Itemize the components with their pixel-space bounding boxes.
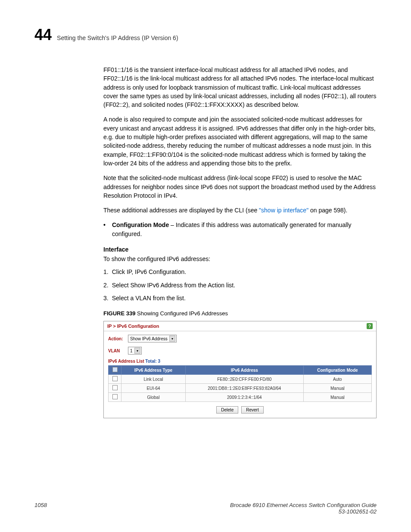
interface-heading: Interface — [103, 246, 377, 253]
para-1: FF01::1/16 is the transient interface-lo… — [103, 65, 377, 109]
action-label: Action: — [108, 336, 125, 341]
action-select-value: Show IPv6 Address — [130, 336, 168, 341]
ipv6-address-table: IPv6 Address Type IPv6 Address Configura… — [108, 365, 372, 402]
cell-addr: 2001:DB8::1:2E0:E8FF:FE93:82A0/64 — [185, 384, 303, 393]
step-2-num: 2. — [103, 281, 109, 289]
step-3-num: 3. — [103, 294, 109, 302]
col-addr-type: IPv6 Address Type — [121, 366, 186, 375]
cell-type: Link Local — [121, 375, 186, 384]
page-header-title: Setting the Switch's IP Address (IP Vers… — [57, 34, 178, 41]
para-4-a: These additional addresses are displayed… — [103, 207, 259, 214]
interface-intro: To show the configured IPv6 addresses: — [103, 255, 377, 263]
step-2: Select Show IPv6 Address from the Action… — [112, 281, 235, 289]
bullet-text: Configuration Mode – Indicates if this a… — [112, 221, 377, 238]
cell-type: Global — [121, 393, 186, 402]
row-checkbox[interactable] — [112, 376, 118, 381]
para-2: A node is also required to compute and j… — [103, 115, 377, 168]
bullet-dot-icon: • — [103, 221, 108, 238]
row-checkbox[interactable] — [112, 394, 118, 399]
cell-addr: FE80::2E0:CFF:FE00:FD/80 — [185, 375, 303, 384]
para-3: Note that the solicited-node multicast a… — [103, 174, 377, 200]
cell-mode: Manual — [303, 393, 371, 402]
cell-addr: 2009:1:2:3:4::1/64 — [185, 393, 303, 402]
chevron-down-icon: ▾ — [134, 348, 140, 354]
table-row: EUI-64 2001:DB8::1:2E0:E8FF:FE93:82A0/64… — [109, 384, 372, 393]
step-1: Click IP, IPv6 Configuration. — [112, 268, 187, 276]
footer-docnum: 53-1002651-02 — [339, 508, 377, 515]
revert-button[interactable]: Revert — [241, 406, 263, 414]
action-select[interactable]: Show IPv6 Address ▾ — [128, 335, 177, 342]
table-row: Link Local FE80::2E0:CFF:FE00:FD/80 Auto — [109, 375, 372, 384]
list-title: IPv6 Address List — [108, 359, 145, 364]
row-checkbox[interactable] — [112, 385, 118, 390]
help-icon[interactable]: ? — [367, 323, 373, 329]
chevron-down-icon: ▾ — [169, 336, 175, 342]
vlan-select[interactable]: 1 ▾ — [128, 347, 142, 355]
step-3: Select a VLAN from the list. — [112, 294, 186, 302]
vlan-select-value: 1 — [130, 348, 133, 353]
breadcrumb: IP > IPv6 Configuration — [107, 324, 159, 329]
show-ip-interface-link[interactable]: "show ip interface" — [259, 207, 308, 214]
para-4: These additional addresses are displayed… — [103, 206, 377, 215]
col-config-mode: Configuration Mode — [303, 366, 371, 375]
step-1-num: 1. — [103, 268, 109, 276]
vlan-label: VLAN — [108, 348, 125, 353]
bullet-label: Configuration Mode — [112, 221, 169, 228]
para-4-b: on page 598). — [308, 207, 347, 214]
list-total: Total: 3 — [145, 359, 160, 364]
table-row: Global 2009:1:2:3:4::1/64 Manual — [109, 393, 372, 402]
delete-button[interactable]: Delete — [216, 406, 238, 414]
page-number: 1058 — [34, 502, 47, 515]
col-addr: IPv6 Address — [185, 366, 303, 375]
footer-title: Brocade 6910 Ethernet Access Switch Conf… — [230, 502, 377, 508]
figure-caption: Showing Configured IPv6 Addresses — [137, 310, 228, 317]
cell-mode: Auto — [303, 375, 371, 384]
config-panel: IP > IPv6 Configuration ? Action: Show I… — [103, 321, 377, 418]
cell-mode: Manual — [303, 384, 371, 393]
figure-label: FIGURE 339 — [103, 310, 135, 317]
chapter-number: 44 — [34, 26, 52, 44]
cell-type: EUI-64 — [121, 384, 186, 393]
select-all-checkbox[interactable] — [112, 367, 118, 372]
